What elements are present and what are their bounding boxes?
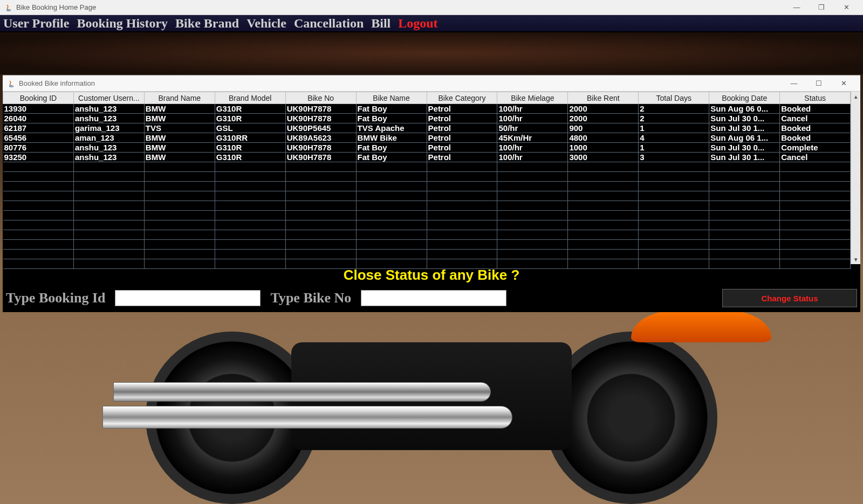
menu-user-profile[interactable]: User Profile <box>3 16 69 31</box>
table-cell <box>709 182 780 191</box>
change-status-button[interactable]: Change Status <box>722 289 857 307</box>
java-icon <box>4 3 13 12</box>
inner-window-title: Booked Bike information <box>19 79 95 87</box>
table-cell: 2000 <box>568 114 639 123</box>
table-cell: Sun Jul 30 1... <box>709 153 780 162</box>
table-cell: G310R <box>215 153 285 162</box>
menu-vehicle[interactable]: Vehicle <box>246 16 286 31</box>
table-cell <box>709 220 780 230</box>
column-header[interactable]: Bike Name <box>356 92 427 104</box>
column-header[interactable]: Brand Model <box>215 92 285 104</box>
table-cell: UK89A5623 <box>285 133 356 143</box>
bike-no-input[interactable] <box>361 290 506 306</box>
column-header[interactable]: Booking Date <box>709 92 780 104</box>
scroll-up-icon[interactable]: ▲ <box>851 92 860 101</box>
table-row[interactable] <box>3 182 851 191</box>
table-cell: Petrol <box>427 143 497 153</box>
table-cell <box>427 172 497 182</box>
menu-logout[interactable]: Logout <box>398 16 437 31</box>
maximize-button[interactable]: ❐ <box>809 0 834 15</box>
table-cell <box>3 201 74 211</box>
close-status-heading: Close Status of any Bike ? <box>344 267 520 284</box>
table-cell <box>639 259 709 269</box>
table-cell <box>709 172 780 182</box>
table-cell <box>568 182 639 191</box>
table-cell <box>73 259 144 269</box>
table-row[interactable]: 26040anshu_123BMWG310RUK90H7878Fat BoyPe… <box>3 114 851 123</box>
menu-bill[interactable]: Bill <box>371 16 391 31</box>
menu-bike-brand[interactable]: Bike Brand <box>175 16 239 31</box>
scroll-track[interactable] <box>851 101 860 254</box>
table-cell <box>639 211 709 220</box>
close-button[interactable]: ✕ <box>834 0 859 15</box>
column-header[interactable]: Status <box>780 92 851 104</box>
booking-id-input[interactable] <box>115 290 261 306</box>
menu-booking-history[interactable]: Booking History <box>77 16 168 31</box>
table-row[interactable] <box>3 220 851 230</box>
booked-bike-info-window: Booked Bike information — ☐ ✕ Booking ID… <box>3 75 860 312</box>
table-cell <box>285 211 356 220</box>
table-cell: TVS Apache <box>356 123 427 133</box>
table-row[interactable] <box>3 201 851 211</box>
table-cell <box>568 201 639 211</box>
bike-no-label: Type Bike No <box>270 290 351 306</box>
table-cell: BMW <box>144 114 215 123</box>
table-cell: 1 <box>639 123 709 133</box>
table-cell: 45Km/Hr <box>497 133 568 143</box>
table-row[interactable]: 65456aman_123BMWG310RRUK89A5623BMW BikeP… <box>3 133 851 143</box>
table-row[interactable]: 93250anshu_123BMWG310RUK90H7878Fat BoyPe… <box>3 153 851 162</box>
close-button[interactable]: ✕ <box>831 76 856 91</box>
column-header[interactable]: Total Days <box>639 92 709 104</box>
vertical-scrollbar[interactable]: ▲ ▼ <box>851 92 860 264</box>
minimize-button[interactable]: — <box>784 0 809 15</box>
table-cell <box>427 191 497 201</box>
table-cell <box>639 191 709 201</box>
table-cell <box>144 230 215 240</box>
table-cell <box>497 162 568 172</box>
column-header[interactable]: Bike Rent <box>568 92 639 104</box>
scroll-down-icon[interactable]: ▼ <box>851 254 860 264</box>
maximize-button[interactable]: ☐ <box>806 76 831 91</box>
table-cell: Petrol <box>427 114 497 123</box>
column-header[interactable]: Brand Name <box>144 92 215 104</box>
table-cell <box>144 220 215 230</box>
column-header[interactable]: Bike No <box>285 92 356 104</box>
column-header[interactable]: Customer Usern... <box>73 92 144 104</box>
table-cell <box>3 259 74 269</box>
table-row[interactable] <box>3 230 851 240</box>
table-cell: Petrol <box>427 153 497 162</box>
table-row[interactable] <box>3 240 851 250</box>
table-cell: BMW <box>144 133 215 143</box>
table-cell: 13930 <box>3 104 74 114</box>
table-row[interactable] <box>3 172 851 182</box>
table-row[interactable]: 13930anshu_123BMWG310RUK90H7878Fat BoyPe… <box>3 104 851 114</box>
table-cell <box>285 182 356 191</box>
table-cell <box>356 240 427 250</box>
minimize-button[interactable]: — <box>782 76 806 91</box>
table-cell <box>285 240 356 250</box>
table-row[interactable]: 80776anshu_123BMWG310RUK90H7878Fat BoyPe… <box>3 143 851 153</box>
table-cell: 26040 <box>3 114 74 123</box>
column-header[interactable]: Booking ID <box>3 92 74 104</box>
table-cell: BMW <box>144 153 215 162</box>
table-cell: GSL <box>215 123 285 133</box>
column-header[interactable]: Bike Mielage <box>497 92 568 104</box>
table-row[interactable] <box>3 250 851 259</box>
table-cell <box>73 220 144 230</box>
table-cell <box>709 230 780 240</box>
table-row[interactable] <box>3 162 851 172</box>
column-header[interactable]: Bike Category <box>427 92 497 104</box>
table-cell <box>568 230 639 240</box>
table-row[interactable] <box>3 191 851 201</box>
booked-bike-table[interactable]: Booking IDCustomer Usern...Brand NameBra… <box>3 92 851 269</box>
table-cell <box>3 191 74 201</box>
outer-window-controls: — ❐ ✕ <box>784 0 859 15</box>
close-status-form: Type Booking Id Type Bike No Change Stat… <box>3 286 860 310</box>
menu-cancellation[interactable]: Cancellation <box>294 16 364 31</box>
table-cell <box>215 211 285 220</box>
table-cell <box>497 240 568 250</box>
table-cell <box>780 191 851 201</box>
table-cell <box>144 172 215 182</box>
table-row[interactable]: 62187garima_123TVSGSLUK90P5645TVS Apache… <box>3 123 851 133</box>
table-row[interactable] <box>3 211 851 220</box>
